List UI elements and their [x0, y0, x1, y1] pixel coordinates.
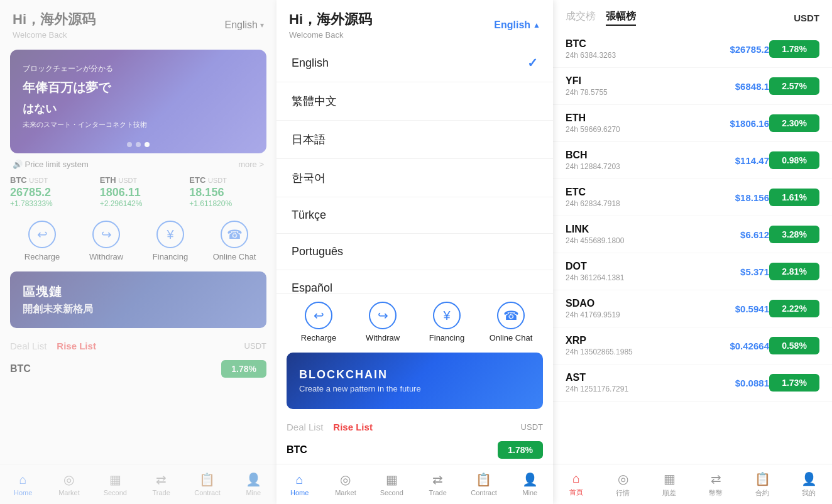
right-currency-label: USDT — [794, 13, 819, 23]
middle-action-recharge[interactable]: ↩ Recharge — [287, 302, 351, 342]
market-coin-sdao: SDAO 24h 41769.9519 — [566, 298, 654, 319]
market-row-xrp[interactable]: XRP 24h 13502865.1985 $0.42664 0.58% — [553, 327, 832, 364]
market-row-link[interactable]: LINK 24h 455689.1800 $6.612 3.28% — [553, 216, 832, 253]
market-row-btc[interactable]: BTC 24h 6384.3263 $26785.2 1.78% — [553, 31, 832, 68]
left-ticker-etc[interactable]: ETC USDT 18.156 +1.611820% — [189, 175, 266, 208]
right-nav-second[interactable]: ▦ 順差 — [646, 464, 692, 504]
left-nav-contract[interactable]: 📋 Contract — [184, 464, 230, 504]
left-recharge-label: Recharge — [25, 252, 60, 261]
etc-change: 1.61% — [769, 189, 819, 206]
lang-option-korean[interactable]: 한국어 — [276, 159, 553, 197]
middle-nav-contract[interactable]: 📋 Contract — [461, 464, 506, 504]
left-action-chat[interactable]: ☎ Online Chat — [202, 221, 266, 261]
left-btc-list-item[interactable]: BTC 1.78% — [0, 355, 276, 383]
lang-option-traditional-chinese[interactable]: 繁體中文 — [276, 82, 553, 121]
left-btc-badge: 1.78% — [221, 360, 266, 378]
left-nav-mine[interactable]: 👤 Mine — [231, 464, 276, 504]
middle-home-icon: ⌂ — [296, 473, 304, 487]
xrp-price: $0.42664 — [654, 341, 769, 351]
market-row-ast[interactable]: AST 24h 1251176.7291 $0.0881 1.73% — [553, 364, 832, 402]
left-banner-dots — [127, 142, 150, 147]
lang-option-english[interactable]: English ✓ — [276, 44, 553, 82]
left-nav-contract-label: Contract — [194, 489, 221, 496]
right-nav-contract[interactable]: 📋 合約 — [739, 464, 785, 504]
btc-change: 1.78% — [769, 40, 819, 58]
market-row-yfi[interactable]: YFI 24h 78.5755 $6848.1 2.57% — [553, 68, 832, 105]
trade-icon: ⇄ — [156, 472, 167, 487]
btc-volume: 24h 6384.3263 — [566, 51, 654, 60]
lang-portuguese-label: Português — [292, 245, 343, 258]
left-action-recharge[interactable]: ↩ Recharge — [10, 221, 74, 261]
market-row-etc[interactable]: ETC 24h 62834.7918 $18.156 1.61% — [553, 179, 832, 216]
left-bottom-nav: ⌂ Home ◎ Market ▦ Second ⇄ Trade 📋 Contr… — [0, 464, 276, 504]
left-btc-symbol: BTC — [10, 363, 31, 375]
middle-deal-tab[interactable]: Deal List — [287, 422, 323, 432]
lang-option-japanese[interactable]: 日本語 — [276, 121, 553, 159]
market-row-bch[interactable]: BCH 24h 12884.7203 $114.47 0.98% — [553, 142, 832, 179]
left-ticker-eth-unit: USDT — [118, 177, 137, 184]
middle-header-info: Hi，海外源码 Welcome Back — [289, 10, 372, 40]
middle-header: Hi，海外源码 Welcome Back English ▲ — [276, 0, 553, 50]
left-action-financing[interactable]: ¥ Financing — [138, 221, 202, 261]
left-nav-trade-label: Trade — [152, 489, 170, 496]
left-nav-home[interactable]: ⌂ Home — [0, 464, 46, 504]
lang-option-portuguese[interactable]: Português — [276, 234, 553, 270]
left-banner-text: ブロックチェーンが分かる 年俸百万は夢で はない 未来のスマート・インターコネク… — [23, 62, 147, 131]
bch-price: $114.47 — [654, 155, 769, 166]
dot-3 — [145, 142, 150, 147]
left-rise-tab[interactable]: Rise List — [57, 341, 96, 351]
left-nav-second-label: Second — [104, 489, 127, 496]
middle-btc-symbol: BTC — [287, 444, 307, 456]
left-notice-more[interactable]: more > — [238, 160, 264, 169]
middle-rise-tab[interactable]: Rise List — [333, 422, 373, 432]
lang-japanese-label: 日本語 — [292, 132, 326, 147]
middle-action-financing[interactable]: ¥ Financing — [415, 302, 479, 342]
dot-change: 2.81% — [769, 263, 819, 280]
left-nav-trade[interactable]: ⇄ Trade — [138, 464, 184, 504]
left-action-withdraw[interactable]: ↪ Withdraw — [74, 221, 138, 261]
middle-welcome: Welcome Back — [289, 30, 372, 40]
middle-nav-market[interactable]: ◎ Market — [322, 464, 368, 504]
middle-action-chat[interactable]: ☎ Online Chat — [479, 302, 543, 342]
left-ticker-btc[interactable]: BTC USDT 26785.2 +1.783333% — [10, 175, 87, 208]
middle-nav-trade[interactable]: ⇄ Trade — [415, 464, 461, 504]
contract-icon: 📋 — [199, 472, 215, 487]
right-nav-home-label: 首頁 — [569, 488, 583, 497]
middle-action-withdraw[interactable]: ↪ Withdraw — [351, 302, 415, 342]
middle-greeting: Hi，海外源码 — [289, 10, 372, 29]
market-row-dot[interactable]: DOT 24h 361264.1381 $5.371 2.81% — [553, 253, 832, 290]
left-lang-button[interactable]: English ▾ — [225, 19, 264, 31]
middle-btc-list-item[interactable]: BTC 1.78% — [276, 436, 553, 464]
eth-volume: 24h 59669.6270 — [566, 125, 654, 134]
right-nav-market[interactable]: ◎ 行情 — [599, 464, 646, 504]
left-nav-market[interactable]: ◎ Market — [46, 464, 92, 504]
middle-lang-label: English — [494, 19, 530, 31]
middle-lang-button[interactable]: English ▲ — [494, 19, 540, 31]
market-coin-bch: BCH 24h 12884.7203 — [566, 150, 654, 171]
right-deal-tab[interactable]: 成交榜 — [566, 10, 596, 26]
middle-nav-second-label: Second — [380, 489, 403, 496]
right-nav-market-label: 行情 — [616, 488, 630, 498]
middle-recharge-icon: ↩ — [305, 302, 332, 329]
left-withdraw-label: Withdraw — [89, 252, 123, 261]
middle-withdraw-label: Withdraw — [366, 333, 400, 342]
middle-nav-second[interactable]: ▦ Second — [369, 464, 415, 504]
left-ticker-eth[interactable]: ETH USDT 1806.11 +2.296142% — [100, 175, 177, 208]
left-nav-mine-label: Mine — [246, 489, 261, 496]
left-deal-tab[interactable]: Deal List — [10, 341, 47, 351]
middle-nav-mine[interactable]: 👤 Mine — [507, 464, 553, 504]
lang-option-turkish[interactable]: Türkçe — [276, 197, 553, 234]
xrp-change: 0.58% — [769, 337, 819, 354]
market-row-eth[interactable]: ETH 24h 59669.6270 $1806.16 2.30% — [553, 105, 832, 142]
right-rise-tab[interactable]: 張幅榜 — [606, 10, 636, 26]
middle-nav-home[interactable]: ⌂ Home — [276, 464, 322, 504]
left-nav-second[interactable]: ▦ Second — [92, 464, 138, 504]
right-nav-home[interactable]: ⌂ 首頁 — [553, 464, 599, 504]
right-nav-mine[interactable]: 👤 我的 — [785, 464, 832, 504]
left-chevron-down-icon: ▾ — [260, 21, 264, 30]
market-row-sdao[interactable]: SDAO 24h 41769.9519 $0.5941 2.22% — [553, 290, 832, 327]
dot-2 — [136, 142, 141, 147]
left-ticker-eth-change: +2.296142% — [100, 199, 177, 208]
left-ticker-btc-price: 26785.2 — [10, 186, 87, 199]
right-nav-trade[interactable]: ⇄ 幣幣 — [692, 464, 739, 504]
